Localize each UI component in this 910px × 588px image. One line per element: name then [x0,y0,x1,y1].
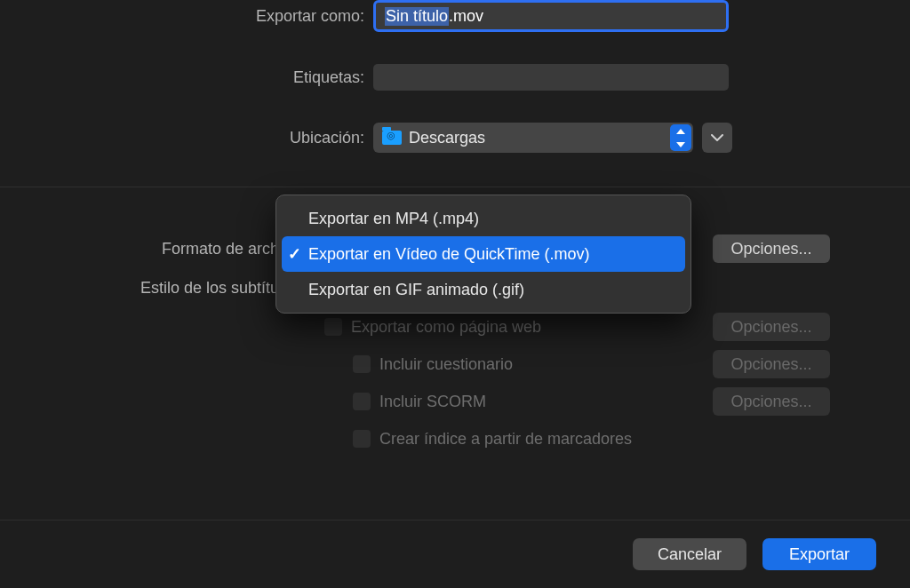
export-as-label: Exportar como: [36,7,373,26]
include-scorm-options-button: Opciones... [713,387,830,416]
export-web-checkbox[interactable] [324,318,342,336]
file-format-menu: Exportar en MP4 (.mp4) Exportar en Vídeo… [275,195,691,314]
filename-selected-part: Sin título [385,7,449,26]
cancel-button[interactable]: Cancelar [633,538,746,570]
include-quiz-checkbox[interactable] [353,355,371,373]
mid-section: Formato de archivo: Opciones... Estilo d… [0,187,910,486]
export-button[interactable]: Exportar [762,538,876,570]
include-scorm-label: Incluir SCORM [379,393,713,411]
filename-rest-part: .mov [449,7,483,26]
include-quiz-row: Incluir cuestionario Opciones... [36,349,874,379]
create-index-checkbox[interactable] [353,430,371,448]
location-label: Ubicación: [36,129,373,147]
location-row: Ubicación: Descargas [36,123,874,153]
location-select[interactable]: Descargas [373,123,693,153]
menu-item-mov[interactable]: Exportar en Vídeo de QuickTime (.mov) [282,236,685,272]
export-web-row: Exportar como página web Opciones... [36,312,874,342]
footer: Cancelar Exportar [0,522,910,588]
export-as-row: Exportar como: Sin título.mov [36,0,874,32]
include-quiz-options-button: Opciones... [713,350,830,378]
tags-label: Etiquetas: [36,68,373,87]
chevron-down-icon [711,134,723,141]
tags-row: Etiquetas: [36,64,874,91]
file-format-options-button[interactable]: Opciones... [713,234,830,263]
file-format-label: Formato de archivo: [36,240,311,258]
export-web-label: Exportar como página web [351,318,713,337]
folder-icon [382,131,402,145]
location-name: Descargas [409,129,485,147]
menu-item-mp4[interactable]: Exportar en MP4 (.mp4) [282,201,685,236]
menu-item-gif[interactable]: Exportar en GIF animado (.gif) [282,272,685,307]
include-quiz-label: Incluir cuestionario [379,355,713,374]
top-section: Exportar como: Sin título.mov Etiquetas:… [0,0,910,187]
subtitle-style-label: Estilo de los subtítulos: [36,279,311,298]
include-scorm-row: Incluir SCORM Opciones... [36,386,874,417]
stepper-icon[interactable] [670,124,691,151]
create-index-label: Crear índice a partir de marcadores [379,430,874,449]
export-web-options-button: Opciones... [713,313,830,341]
footer-divider [0,520,910,520]
tags-input[interactable] [373,64,729,91]
include-scorm-checkbox[interactable] [353,393,371,410]
create-index-row: Crear índice a partir de marcadores [36,424,874,454]
expand-button[interactable] [702,123,732,153]
filename-input[interactable]: Sin título.mov [373,0,729,32]
